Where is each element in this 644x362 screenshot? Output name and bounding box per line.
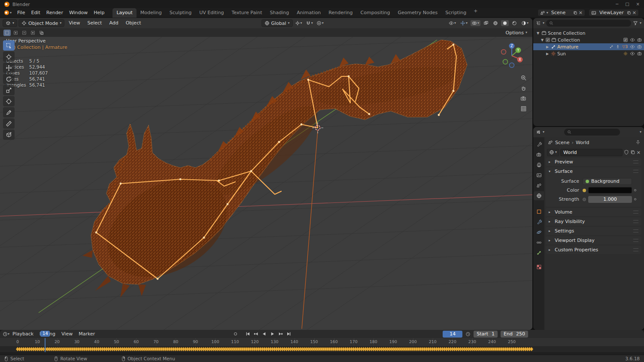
play-reverse-button[interactable] xyxy=(261,330,268,338)
toggle-perspective-icon[interactable] xyxy=(520,106,527,112)
workspace-tab[interactable]: Compositing xyxy=(357,8,394,18)
timeline-keyframe-track[interactable] xyxy=(0,346,644,352)
tab-render[interactable] xyxy=(534,150,544,159)
zoom-icon[interactable] xyxy=(520,75,527,81)
mode-select[interactable]: Object Mode ▾ xyxy=(18,19,64,27)
collection-checkbox[interactable]: ✓ xyxy=(623,38,628,42)
select-mode-extend-button[interactable] xyxy=(12,30,19,36)
next-keyframe-button[interactable] xyxy=(277,330,284,338)
proportional-editing-button[interactable]: ▾ xyxy=(315,20,325,26)
animate-strength-dot[interactable] xyxy=(632,198,638,200)
select-mode-intersect-button[interactable] xyxy=(38,30,45,36)
dragon-mesh[interactable] xyxy=(82,40,467,298)
panel-viewport-display-header[interactable]: ▸Viewport Display xyxy=(546,236,641,244)
workspace-tab[interactable]: Texture Paint xyxy=(228,8,266,18)
outliner-row-sun[interactable]: ▶ Sun xyxy=(533,50,644,57)
outliner-row-collection[interactable]: ▼ ✓ Collection ✓ xyxy=(533,36,644,43)
tab-physics[interactable] xyxy=(534,228,544,237)
axis-negative-y-ball[interactable] xyxy=(503,60,508,64)
strength-socket-icon[interactable] xyxy=(583,198,586,201)
select-mode-subtract-button[interactable] xyxy=(21,30,28,36)
disable-render-camera-icon[interactable] xyxy=(637,37,642,42)
properties-editor-icon[interactable] xyxy=(536,130,541,135)
auto-key-record-button[interactable] xyxy=(232,330,239,338)
tab-constraints[interactable] xyxy=(534,238,544,247)
close-button[interactable]: × xyxy=(636,2,640,6)
hide-eye-icon[interactable] xyxy=(630,37,635,42)
transform-tool[interactable] xyxy=(3,96,15,106)
tab-object-data[interactable] xyxy=(534,248,544,257)
snap-toggle[interactable]: ▾ xyxy=(304,20,314,26)
panel-preview-header[interactable]: ▸ Preview xyxy=(546,158,641,166)
unlink-world-icon[interactable]: × xyxy=(637,150,641,155)
viewport-menu-item[interactable]: Add xyxy=(106,18,121,28)
light-data-icon[interactable] xyxy=(623,51,628,56)
viewport-canvas[interactable]: User Perspective (14) Collection | Armat… xyxy=(0,37,532,330)
timeline-editor-icon[interactable] xyxy=(3,332,8,337)
panel-surface-header[interactable]: ▾ Surface xyxy=(546,167,641,175)
scale-tool[interactable] xyxy=(3,85,15,95)
timeline-menu-item[interactable]: View xyxy=(58,331,76,337)
editor-type-button[interactable]: ▾ xyxy=(3,19,17,27)
outliner-editor-icon[interactable] xyxy=(536,21,541,26)
panel-volume-header[interactable]: ▸Volume xyxy=(546,208,641,216)
end-frame-field[interactable]: End 250 xyxy=(501,331,528,338)
outliner-row-scene-collection[interactable]: ▼ Scene Collection xyxy=(533,30,644,36)
jump-to-end-button[interactable] xyxy=(285,330,292,338)
play-button[interactable] xyxy=(269,330,276,338)
select-mode-invert-button[interactable] xyxy=(29,30,36,36)
app-menu-button[interactable]: ▾ xyxy=(2,10,14,15)
playhead-frame-label[interactable]: 14 xyxy=(40,331,50,337)
outliner-filter-icon[interactable] xyxy=(633,21,638,26)
browse-world-button[interactable]: ▾ xyxy=(547,149,559,156)
navigation-gizmo[interactable]: Z Y X xyxy=(496,40,527,71)
timeline-ruler[interactable]: 0102030405060708090100110120130140150160… xyxy=(0,338,644,346)
world-name-field[interactable]: World xyxy=(560,149,623,156)
tab-tool[interactable] xyxy=(534,140,544,149)
fake-user-shield-icon[interactable] xyxy=(624,150,629,155)
unlink-scene-icon[interactable]: × xyxy=(579,10,583,15)
tab-texture[interactable] xyxy=(534,262,544,272)
shading-rendered-button[interactable]: ▾ xyxy=(520,20,530,26)
row-label[interactable]: Armature xyxy=(557,44,578,49)
minimize-button[interactable]: ─ xyxy=(616,2,618,6)
add-workspace-button[interactable]: + xyxy=(470,8,481,18)
add-cube-tool[interactable] xyxy=(3,130,15,140)
strength-field[interactable]: 1.000 xyxy=(588,196,632,203)
current-frame-field[interactable]: 14 xyxy=(443,331,462,338)
pivot-point-button[interactable]: ▾ xyxy=(294,20,304,26)
armature-data-icon[interactable] xyxy=(609,45,614,49)
camera-view-icon[interactable] xyxy=(520,95,527,102)
pin-icon[interactable] xyxy=(635,140,641,145)
workspace-tab[interactable]: Layout xyxy=(112,8,136,18)
viewport-menu-item[interactable]: Select xyxy=(84,18,105,28)
scene-selector[interactable]: ▾ Scene × xyxy=(538,9,585,16)
row-label[interactable]: Scene Collection xyxy=(548,30,585,36)
annotate-tool[interactable] xyxy=(3,107,15,118)
select-box-tool[interactable] xyxy=(3,40,15,51)
hide-eye-icon[interactable] xyxy=(630,44,635,49)
shading-wireframe-button[interactable] xyxy=(492,20,499,26)
cursor-tool[interactable] xyxy=(3,51,15,62)
workspace-tab[interactable]: Shading xyxy=(266,8,293,18)
rotate-tool[interactable] xyxy=(3,74,15,84)
pan-hand-icon[interactable] xyxy=(520,85,527,91)
tab-output[interactable] xyxy=(534,160,544,169)
new-view-layer-icon[interactable] xyxy=(627,11,631,15)
transform-orientation-select[interactable]: Global ▾ xyxy=(261,19,293,27)
tab-scene[interactable] xyxy=(534,181,544,190)
remove-view-layer-icon[interactable]: × xyxy=(632,10,636,15)
workspace-tab[interactable]: Scripting xyxy=(441,8,470,18)
maximize-button[interactable]: □ xyxy=(625,2,629,6)
timeline-menu-item[interactable]: Playback xyxy=(9,331,36,337)
workspace-tab[interactable]: Rendering xyxy=(325,8,356,18)
topbar-menu-item[interactable]: Edit xyxy=(28,8,43,17)
options-dropdown[interactable]: Options ▾ xyxy=(504,30,529,36)
object-visibility-button[interactable]: ▾ xyxy=(447,20,457,26)
tab-modifiers[interactable] xyxy=(534,217,544,226)
view-layer-selector[interactable]: ViewLayer × xyxy=(589,9,639,16)
panel-custom-properties-header[interactable]: ▸Custom Properties xyxy=(546,246,641,254)
surface-shader-select[interactable]: Background xyxy=(583,178,632,185)
shading-material-button[interactable] xyxy=(510,20,518,26)
row-label[interactable]: Collection xyxy=(558,37,580,42)
